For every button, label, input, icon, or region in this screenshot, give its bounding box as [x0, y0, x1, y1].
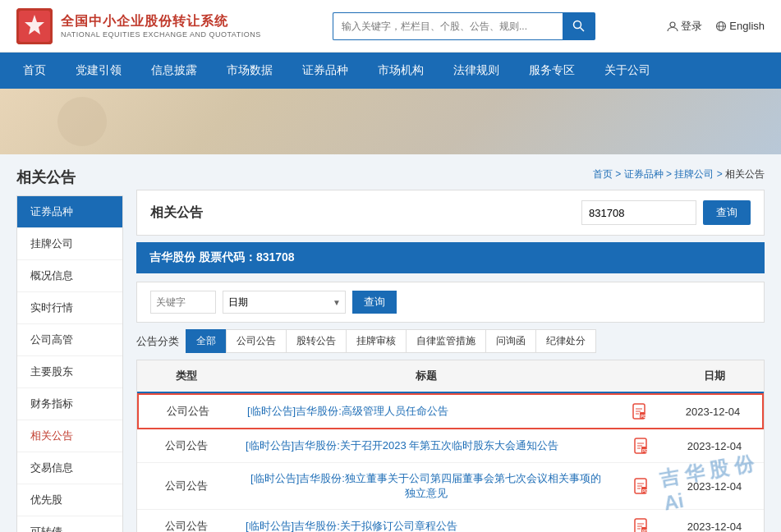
- nav-services[interactable]: 服务专区: [514, 53, 590, 89]
- nav-legal[interactable]: 法律规则: [439, 53, 514, 89]
- breadcrumb-sep3: >: [717, 168, 725, 180]
- row1-date: 2023-12-04: [664, 395, 762, 428]
- cat-supervision[interactable]: 自律监管措施: [406, 329, 485, 353]
- language-link[interactable]: English: [715, 20, 765, 32]
- login-link[interactable]: 登录: [667, 19, 702, 34]
- sidebar-item-shareholders[interactable]: 主要股东: [17, 356, 122, 388]
- keyword-input[interactable]: [150, 291, 216, 314]
- nav-party[interactable]: 党建引领: [61, 53, 136, 89]
- date-select[interactable]: 日期: [223, 291, 346, 314]
- sidebar-item-announcements[interactable]: 相关公告: [17, 420, 122, 452]
- breadcrumb-listed[interactable]: 挂牌公司: [674, 168, 714, 180]
- nav-about[interactable]: 关于公司: [590, 53, 665, 89]
- cat-inquiry[interactable]: 问询函: [485, 329, 535, 353]
- header-title: 标题: [236, 360, 616, 392]
- cat-listing[interactable]: 挂牌审核: [346, 329, 406, 353]
- row4-date: 2023-12-04: [665, 510, 764, 532]
- svg-line-4: [581, 27, 585, 31]
- content-area: 首页 > 证券品种 > 挂牌公司 > 相关公告 相关公告 查询 吉华股份 股票代…: [136, 167, 765, 532]
- stock-info-bar: 吉华股份 股票代码：831708: [136, 242, 765, 273]
- pdf-icon: PDF: [633, 438, 648, 454]
- search-button[interactable]: [563, 12, 595, 40]
- filter-bar: 日期 查询: [136, 282, 765, 323]
- breadcrumb-sep2: >: [666, 168, 674, 180]
- logo-en: NATIONAL EQUITIES EXCHANGE AND QUOTATION…: [61, 30, 261, 39]
- logo-area: 全国中小企业股份转让系统 NATIONAL EQUITIES EXCHANGE …: [16, 8, 261, 44]
- sidebar-item-overview[interactable]: 概况信息: [17, 260, 122, 292]
- row2-pdf[interactable]: PDF: [616, 429, 665, 462]
- header: 全国中小企业股份转让系统 NATIONAL EQUITIES EXCHANGE …: [0, 0, 781, 53]
- search-code-area: 查询: [581, 200, 751, 225]
- table-row: 公司公告 [临时公告]吉华股份:高级管理人员任命公告 PDF 2023-12-0…: [137, 393, 764, 429]
- nav-home[interactable]: 首页: [8, 53, 61, 89]
- header-query-button[interactable]: 查询: [703, 200, 751, 225]
- breadcrumb-home[interactable]: 首页: [593, 168, 613, 180]
- row4-type: 公司公告: [137, 510, 236, 532]
- sidebar-title: 相关公告: [16, 167, 123, 187]
- row1-title[interactable]: [临时公告]吉华股份:高级管理人员任命公告: [237, 395, 614, 428]
- sidebar-item-listed[interactable]: 挂牌公司: [17, 228, 122, 260]
- nav-bar: 首页 党建引领 信息披露 市场数据 证券品种 市场机构 法律规则 服务专区 关于…: [0, 53, 781, 89]
- row2-title[interactable]: [临时公告]吉华股份:关于召开2023 年第五次临时股东大会通知公告: [236, 429, 616, 462]
- row1-pdf[interactable]: PDF: [614, 395, 664, 428]
- row2-date: 2023-12-04: [665, 429, 764, 462]
- table-row: 公司公告 [临时公告]吉华股份:关于拟修订公司章程公告 PDF 2023-12-…: [137, 510, 764, 532]
- banner: [0, 89, 781, 154]
- sidebar-item-convertible[interactable]: 可转债: [17, 516, 122, 532]
- logo-text: 全国中小企业股份转让系统 NATIONAL EQUITIES EXCHANGE …: [61, 13, 261, 39]
- sidebar-item-realtime[interactable]: 实时行情: [17, 292, 122, 324]
- header-right: 登录 English: [667, 19, 765, 34]
- cat-stock[interactable]: 股转公告: [286, 329, 346, 353]
- language-label: English: [729, 20, 765, 32]
- svg-text:PDF: PDF: [642, 488, 648, 493]
- nav-market-data[interactable]: 市场数据: [212, 53, 287, 89]
- announcement-header: 相关公告 查询: [136, 190, 765, 236]
- user-icon: [667, 21, 678, 32]
- row3-title[interactable]: [临时公告]吉华股份:独立董事关于公司第四届董事会第七次会议相关事项的独立意见: [236, 463, 616, 509]
- nav-institutions[interactable]: 市场机构: [363, 53, 439, 89]
- row3-type: 公司公告: [137, 463, 236, 509]
- announcement-page-title: 相关公告: [150, 204, 203, 222]
- filter-query-button[interactable]: 查询: [352, 291, 397, 314]
- breadcrumb-securities[interactable]: 证券品种: [624, 168, 664, 180]
- sidebar-item-preferred[interactable]: 优先股: [17, 484, 122, 516]
- category-bar: 公告分类 全部 公司公告 股转公告 挂牌审核 自律监管措施 问询函 纪律处分: [136, 329, 765, 353]
- pdf-icon: PDF: [633, 518, 648, 532]
- table-header: 类型 标题 日期: [137, 360, 764, 393]
- search-input[interactable]: [333, 12, 563, 40]
- breadcrumb-sep1: >: [615, 168, 623, 180]
- row3-pdf[interactable]: PDF: [616, 463, 665, 509]
- search-area: [333, 12, 595, 40]
- pdf-icon: PDF: [633, 478, 648, 494]
- header-date: 日期: [665, 360, 764, 392]
- date-wrapper: 日期: [223, 291, 346, 314]
- sidebar-item-securities[interactable]: 证券品种: [17, 196, 122, 228]
- row2-type: 公司公告: [137, 429, 236, 462]
- svg-text:PDF: PDF: [642, 529, 648, 532]
- row1-type: 公司公告: [139, 395, 237, 428]
- nav-securities[interactable]: 证券品种: [287, 53, 363, 89]
- nav-disclosure[interactable]: 信息披露: [136, 53, 212, 89]
- row4-title[interactable]: [临时公告]吉华股份:关于拟修订公司章程公告: [236, 510, 616, 532]
- row4-pdf[interactable]: PDF: [616, 510, 665, 532]
- cat-discipline[interactable]: 纪律处分: [535, 329, 596, 353]
- table-row: 公司公告 [临时公告]吉华股份:关于召开2023 年第五次临时股东大会通知公告 …: [137, 429, 764, 463]
- search-icon: [572, 20, 586, 33]
- breadcrumb-current: 相关公告: [725, 168, 765, 180]
- logo-icon: [16, 8, 53, 44]
- code-input[interactable]: [581, 200, 696, 225]
- pdf-icon: PDF: [632, 403, 646, 420]
- logo-cn: 全国中小企业股份转让系统: [61, 13, 261, 30]
- row3-date: 2023-12-04: [665, 463, 764, 509]
- svg-point-5: [670, 22, 675, 27]
- sidebar-item-trading[interactable]: 交易信息: [17, 452, 122, 484]
- cat-company[interactable]: 公司公告: [226, 329, 286, 353]
- svg-point-3: [574, 21, 581, 28]
- category-label: 公告分类: [136, 334, 179, 349]
- main-content: 相关公告 证券品种 挂牌公司 概况信息 实时行情 公司高管 主要股东 财务指标 …: [0, 154, 781, 532]
- globe-icon: [715, 21, 727, 32]
- cat-all[interactable]: 全部: [186, 329, 226, 353]
- sidebar-item-executives[interactable]: 公司高管: [17, 324, 122, 356]
- sidebar-item-financials[interactable]: 财务指标: [17, 388, 122, 420]
- header-type: 类型: [137, 360, 236, 392]
